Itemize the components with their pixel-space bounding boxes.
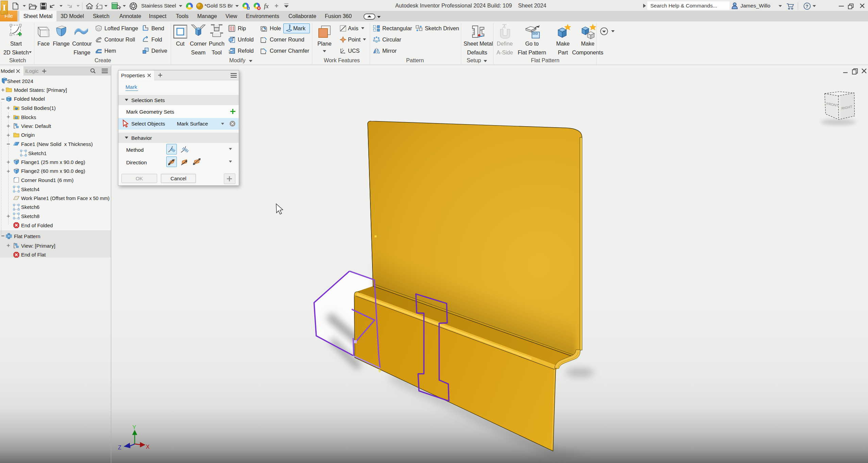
svg-text:X: X [146, 444, 150, 450]
svg-text:Y: Y [133, 425, 136, 430]
svg-text:Z: Z [118, 445, 121, 450]
